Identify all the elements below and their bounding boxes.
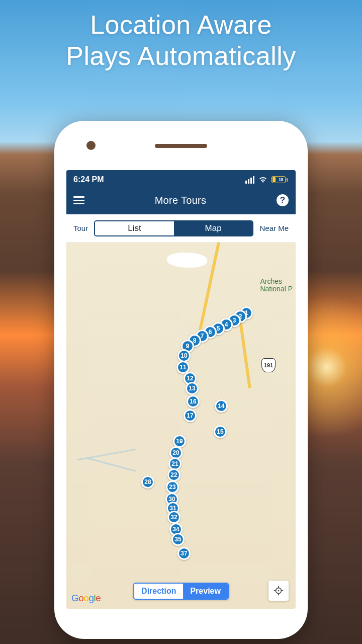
tab-list[interactable]: List <box>95 221 174 235</box>
map-marker[interactable]: 10 <box>177 349 191 362</box>
menu-icon[interactable] <box>73 196 84 204</box>
google-attribution: Google <box>71 593 101 604</box>
map-marker[interactable]: 23 <box>166 480 179 494</box>
park-label: Arches National P <box>260 278 293 293</box>
preview-button[interactable]: Preview <box>183 584 227 599</box>
phone-frame: 6:24 PM 18 More Tours ? Tour List Map <box>54 121 308 639</box>
status-bar: 6:24 PM 18 <box>66 170 296 189</box>
app-bar: More Tours ? <box>66 189 296 214</box>
direction-button[interactable]: Direction <box>134 584 183 599</box>
tour-link[interactable]: Tour <box>71 222 90 234</box>
map-canvas[interactable]: Arches National P 191 123456789101112131… <box>66 243 296 609</box>
direction-preview-segmented: Direction Preview <box>133 583 229 600</box>
phone-screen: 6:24 PM 18 More Tours ? Tour List Map <box>66 170 296 609</box>
view-toolbar: Tour List Map Near Me <box>66 214 296 243</box>
app-title: More Tours <box>84 195 277 206</box>
wifi-icon <box>258 176 267 183</box>
route-polyline <box>66 243 217 318</box>
map-marker[interactable]: 28 <box>141 475 154 489</box>
list-map-segmented: List Map <box>94 220 253 236</box>
map-marker[interactable]: 14 <box>215 399 228 413</box>
tab-map[interactable]: Map <box>174 221 253 235</box>
battery-icon: 18 <box>272 176 289 183</box>
phone-camera <box>86 141 96 150</box>
headline-line1: Location Aware <box>90 10 272 39</box>
highway-shield: 191 <box>261 358 276 372</box>
crosshair-icon <box>273 585 284 596</box>
svg-point-1 <box>278 590 280 592</box>
promo-headline: Location Aware Plays Automatically <box>0 9 362 72</box>
map-marker[interactable]: 22 <box>167 468 180 481</box>
signal-icon <box>245 176 254 184</box>
locate-me-button[interactable] <box>268 581 289 601</box>
map-marker[interactable]: 13 <box>186 382 199 395</box>
status-time: 6:24 PM <box>73 175 104 184</box>
headline-line2: Plays Automatically <box>66 41 296 70</box>
map-marker[interactable]: 17 <box>184 409 197 422</box>
help-button[interactable]: ? <box>277 194 289 206</box>
map-marker[interactable]: 32 <box>167 511 180 524</box>
near-me-link[interactable]: Near Me <box>257 222 291 234</box>
map-marker[interactable]: 37 <box>177 547 191 560</box>
map-marker[interactable]: 15 <box>214 425 227 438</box>
map-marker[interactable]: 35 <box>171 533 185 546</box>
map-marker[interactable]: 16 <box>187 395 200 408</box>
phone-speaker <box>155 144 207 148</box>
